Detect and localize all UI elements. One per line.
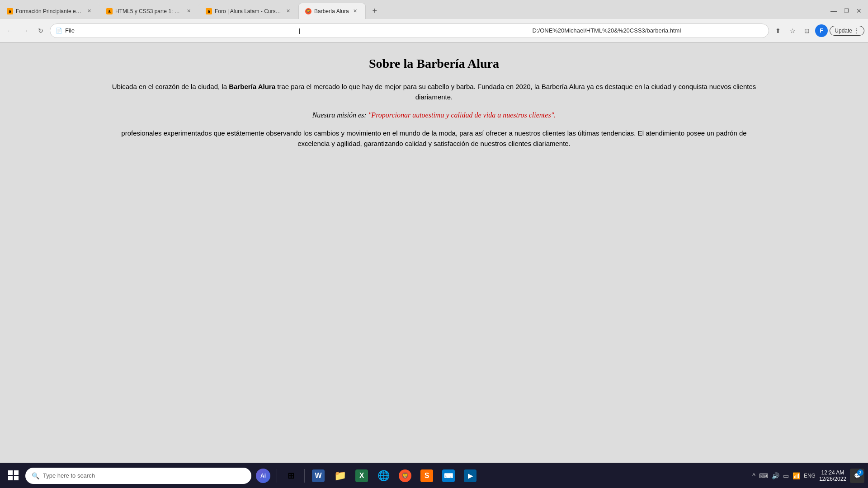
address-url: D:/ONE%20Michael/HTML%20&%20CSS3/barberi… xyxy=(533,27,764,34)
new-tab-button[interactable]: + xyxy=(368,4,382,18)
bookmark-button[interactable]: ☆ xyxy=(786,24,799,37)
para1-end: trae para el mercado lo que hay de mejor… xyxy=(275,83,756,101)
tab3-label: Foro | Alura Latam - Cursos onlin... xyxy=(215,8,282,14)
notification-badge: 3 xyxy=(857,469,863,476)
other-app-icon: ▶ xyxy=(464,469,476,482)
taskbar-right: ^ ⌨ 🔊 ▭ 📶 ENG 12:24 AM 12/26/2022 💬 3 xyxy=(752,469,864,483)
address-file-icon: 📄 xyxy=(56,28,62,34)
update-button[interactable]: Update ⋮ xyxy=(830,26,864,36)
clock[interactable]: 12:24 AM 12/26/2022 xyxy=(819,469,846,482)
tab-bar: a Formación Principiante en Progr... ✕ a… xyxy=(0,0,868,19)
taskbar-chrome-1[interactable]: 🌐 xyxy=(373,466,393,486)
close-window-button[interactable]: ✕ xyxy=(854,5,864,16)
taskbar-divider-1 xyxy=(277,469,277,483)
search-placeholder: Type here to search xyxy=(43,472,95,479)
volume-icon[interactable]: 🔊 xyxy=(772,472,779,479)
language-indicator[interactable]: ENG xyxy=(804,473,816,479)
notification-button[interactable]: 💬 3 xyxy=(850,469,864,483)
window-controls: — ❐ ✕ xyxy=(828,5,868,16)
taskbar-vscode[interactable]: ⌨ xyxy=(439,466,458,486)
reload-button[interactable]: ↻ xyxy=(34,24,47,37)
taskbar-task-view[interactable]: ⊞ xyxy=(281,466,301,486)
address-bar: ← → ↻ 📄 File | D:/ONE%20Michael/HTML%20&… xyxy=(0,19,868,42)
para1-start: Ubicada en el corazón de la ciudad, la xyxy=(112,83,229,90)
tab-4[interactable]: 🦁 Barbería Alura ✕ xyxy=(298,3,366,19)
tab4-favicon: 🦁 xyxy=(305,8,311,14)
start-button[interactable] xyxy=(4,466,24,486)
vscode-icon: ⌨ xyxy=(442,469,455,482)
paragraph-1: Ubicada en el corazón de la ciudad, la B… xyxy=(108,82,760,102)
tab3-favicon: a xyxy=(206,8,212,14)
mission-text: "Proporcionar autoestima y calidad de vi… xyxy=(368,111,556,119)
browser-chrome: a Formación Principiante en Progr... ✕ a… xyxy=(0,0,868,43)
taskbar-brave[interactable]: 🦁 xyxy=(395,466,415,486)
tab1-label: Formación Principiante en Progr... xyxy=(16,8,83,14)
tab-3[interactable]: a Foro | Alura Latam - Cursos onlin... ✕ xyxy=(199,3,298,19)
back-button[interactable]: ← xyxy=(4,24,16,37)
tab2-close[interactable]: ✕ xyxy=(185,8,192,15)
tab-1[interactable]: a Formación Principiante en Progr... ✕ xyxy=(0,3,99,19)
network-icon[interactable]: 📶 xyxy=(793,472,800,479)
taskbar-word[interactable]: W xyxy=(308,466,328,486)
address-input[interactable]: 📄 File | D:/ONE%20Michael/HTML%20&%20CSS… xyxy=(50,23,769,38)
mission-label: Nuestra misión es: xyxy=(312,111,367,119)
clock-time: 12:24 AM xyxy=(821,469,844,476)
clock-date: 12/26/2022 xyxy=(819,476,846,482)
tab1-close[interactable]: ✕ xyxy=(85,8,93,15)
file-explorer-icon: 📁 xyxy=(334,469,346,482)
paragraph-2: profesionales experimentados que estátem… xyxy=(108,128,760,149)
page-content: Sobre la Barbería Alura Ubicada en el co… xyxy=(0,43,868,463)
update-chevron: ⋮ xyxy=(854,28,859,34)
page-content-inner: Sobre la Barbería Alura Ubicada en el co… xyxy=(108,56,760,149)
excel-icon: X xyxy=(355,469,368,482)
page-title: Sobre la Barbería Alura xyxy=(108,56,760,71)
taskbar-search[interactable]: 🔍 Type here to search xyxy=(25,468,251,484)
tab-2[interactable]: a HTML5 y CSS3 parte 1: Mi primer... ✕ xyxy=(99,3,199,19)
share-button[interactable]: ⬆ xyxy=(772,24,784,37)
address-actions: ⬆ ☆ ⊡ F Update ⋮ xyxy=(772,24,864,37)
tab4-close[interactable]: ✕ xyxy=(352,8,359,15)
windows-icon xyxy=(8,470,19,481)
keyboard-icon[interactable]: ⌨ xyxy=(759,472,768,479)
word-icon: W xyxy=(312,469,325,482)
taskbar-other-app[interactable]: ▶ xyxy=(460,466,480,486)
task-view-icon: ⊞ xyxy=(284,469,297,482)
tab2-label: HTML5 y CSS3 parte 1: Mi primer... xyxy=(115,8,182,14)
brave-icon: 🦁 xyxy=(399,469,411,482)
tab4-label: Barbería Alura xyxy=(314,8,349,14)
forward-button[interactable]: → xyxy=(19,24,32,37)
address-separator: | xyxy=(299,27,530,34)
battery-icon[interactable]: ▭ xyxy=(783,472,789,479)
profile-button[interactable]: F xyxy=(815,24,828,37)
system-tray: ^ ⌨ 🔊 ▭ 📶 ENG xyxy=(752,472,816,479)
address-prefix: File xyxy=(65,27,296,34)
para1-bold: Barbería Alura xyxy=(229,83,275,90)
show-hidden-icon[interactable]: ^ xyxy=(752,472,755,479)
mission-line: Nuestra misión es: "Proporcionar autoest… xyxy=(108,111,760,119)
tab3-close[interactable]: ✕ xyxy=(284,8,292,15)
taskbar: 🔍 Type here to search Ai ⊞ W 📁 X 🌐 🦁 S ⌨… xyxy=(0,463,868,488)
taskbar-file-explorer[interactable]: 📁 xyxy=(330,466,350,486)
search-icon: 🔍 xyxy=(32,472,39,479)
ai-button[interactable]: Ai xyxy=(253,466,273,486)
taskbar-excel[interactable]: X xyxy=(352,466,372,486)
chrome1-icon: 🌐 xyxy=(377,469,390,482)
taskbar-sublime[interactable]: S xyxy=(417,466,437,486)
update-label: Update xyxy=(835,28,852,34)
minimize-button[interactable]: — xyxy=(828,5,839,16)
tab2-favicon: a xyxy=(106,8,113,14)
tab1-favicon: a xyxy=(7,8,13,14)
taskbar-divider-2 xyxy=(304,469,305,483)
sublime-icon: S xyxy=(420,469,433,482)
split-view-button[interactable]: ⊡ xyxy=(801,24,813,37)
restore-button[interactable]: ❐ xyxy=(841,5,852,16)
ai-icon: Ai xyxy=(256,469,270,483)
